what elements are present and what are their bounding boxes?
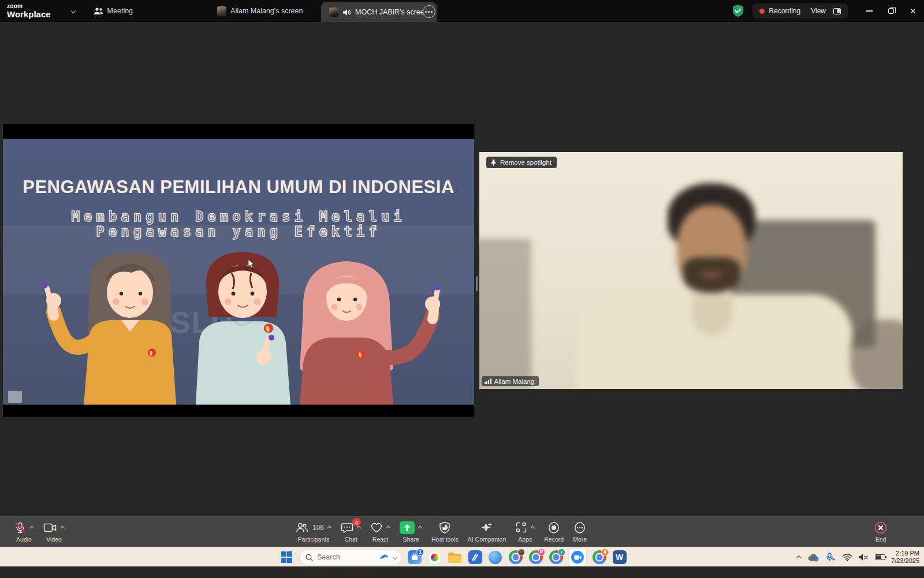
microphone-muted-icon xyxy=(14,521,27,534)
slide-corner-chip xyxy=(8,391,22,403)
record-icon xyxy=(547,521,560,534)
mouse-cursor-icon xyxy=(248,259,255,268)
minimize-button[interactable] xyxy=(858,0,880,22)
participants-icon xyxy=(296,522,308,533)
end-meeting-button[interactable]: End xyxy=(870,516,892,547)
ai-companion-sparkle-icon xyxy=(480,521,493,534)
clock-date: 7/23/2025 xyxy=(891,557,919,565)
record-button[interactable]: Record xyxy=(539,516,568,547)
taskbar-app-blue-tile[interactable] xyxy=(467,550,483,565)
taskbar-app-file-explorer[interactable] xyxy=(447,550,463,565)
participants-count: 106 xyxy=(312,524,324,532)
chrome-avatar-badge xyxy=(517,549,525,556)
taskbar-search-box[interactable] xyxy=(299,550,402,565)
share-screen-icon xyxy=(400,521,415,534)
taskbar-app-chrome-profile3[interactable]: r xyxy=(548,550,564,565)
audio-options-chevron[interactable] xyxy=(29,525,34,530)
security-shield-icon[interactable] xyxy=(732,4,744,18)
video-button[interactable]: Video xyxy=(39,516,69,547)
apps-icon xyxy=(515,521,527,533)
audio-button[interactable]: Audio xyxy=(9,516,39,547)
taskbar-app-word[interactable]: W xyxy=(612,550,627,565)
speaker-muted-icon[interactable] xyxy=(858,553,869,561)
battery-icon[interactable] xyxy=(875,554,885,560)
ai-companion-label: AI Companion xyxy=(468,536,506,543)
speaker-icon xyxy=(342,9,351,16)
chat-bubble-icon xyxy=(341,522,353,533)
panel-resize-handle[interactable] xyxy=(476,276,478,291)
chrome-notification-badge: 8 xyxy=(601,549,609,556)
tab-meeting[interactable]: Meeting xyxy=(85,0,141,22)
tab-meeting-label: Meeting xyxy=(107,7,133,15)
participants-button[interactable]: 106 Participants xyxy=(291,516,336,547)
svg-text:i: i xyxy=(815,558,816,561)
host-tools-button[interactable]: Host tools xyxy=(427,516,463,547)
participant-avatar xyxy=(217,6,226,16)
apps-options-chevron[interactable] xyxy=(530,525,535,530)
illustration-man-center xyxy=(196,252,290,405)
taskbar-app-chrome-profile1[interactable] xyxy=(508,550,523,565)
tray-chevron-up-icon[interactable] xyxy=(796,555,802,561)
share-options-chevron[interactable] xyxy=(418,525,422,530)
taskbar-clock[interactable]: 2:19 PM 7/23/2025 xyxy=(891,550,919,565)
chat-button[interactable]: 3 Chat xyxy=(336,516,366,547)
tab-jabir-screen-active[interactable]: MOCH JABIR's screen xyxy=(321,2,437,22)
taskbar-app-zoom-active[interactable] xyxy=(568,550,587,565)
share-button[interactable]: Share xyxy=(395,516,427,547)
more-button[interactable]: More xyxy=(568,516,591,547)
slide-title: PENGAWASAN PEMILIHAN UMUM DI INDONESIA xyxy=(3,177,474,198)
system-tray: i 2:19 PM 7/23/2025 xyxy=(798,547,919,567)
maximize-restore-button[interactable] xyxy=(880,0,902,22)
three-voters-illustration xyxy=(3,247,474,405)
zoom-meeting-window: zoom Workplace Meeting Allam Malang's sc… xyxy=(0,0,924,578)
windows-start-button[interactable] xyxy=(279,550,295,565)
host-tools-shield-icon xyxy=(439,521,450,533)
search-icon xyxy=(305,554,313,561)
share-label: Share xyxy=(403,536,419,543)
more-ellipsis-icon xyxy=(573,521,586,534)
record-label: Record xyxy=(544,536,564,543)
participant-name: Allam Malang xyxy=(494,378,535,385)
view-layout-icon[interactable] xyxy=(833,8,841,14)
presentation-slide: SLU PENGAWASAN PEMILIHAN UMUM DI INDONES… xyxy=(3,139,474,405)
host-tools-label: Host tools xyxy=(431,536,459,543)
participants-label: Participants xyxy=(298,536,330,543)
react-options-chevron[interactable] xyxy=(386,525,390,530)
participant-name-tag: Allam Malang xyxy=(482,376,539,386)
taskbar-app-chrome-profile2[interactable]: P xyxy=(528,550,543,565)
participants-options-chevron[interactable] xyxy=(327,525,331,530)
pin-icon xyxy=(490,159,497,166)
apps-button[interactable]: Apps xyxy=(511,516,539,547)
tab-options-ellipsis-icon[interactable]: ••• xyxy=(423,5,435,18)
spotlight-video-tile: Remove spotlight Allam Malang xyxy=(479,152,903,389)
microphone-in-use-icon[interactable] xyxy=(826,553,836,562)
illustration-woman-left xyxy=(42,252,176,405)
react-button[interactable]: React xyxy=(366,516,395,547)
taskbar-app-blue-sphere[interactable] xyxy=(487,550,503,565)
more-label: More xyxy=(573,536,587,543)
taskbar-app-copilot[interactable] xyxy=(427,550,442,565)
tab-allam-screen[interactable]: Allam Malang's screen xyxy=(209,0,311,22)
illustration-woman-hijab xyxy=(300,261,440,405)
onedrive-cloud-icon[interactable]: i xyxy=(807,553,820,562)
chat-unread-badge: 3 xyxy=(352,518,361,527)
wifi-icon[interactable] xyxy=(842,553,852,561)
taskbar-app-chrome-profile4[interactable]: 8 xyxy=(591,550,607,565)
shared-screen-view: SLU PENGAWASAN PEMILIHAN UMUM DI INDONES… xyxy=(3,124,474,417)
audio-label: Audio xyxy=(16,536,32,543)
remove-spotlight-button[interactable]: Remove spotlight xyxy=(486,157,557,168)
taskbar-app-store[interactable]: 1 xyxy=(407,550,422,565)
workspace-chevron-down-icon[interactable] xyxy=(70,9,75,13)
titlebar-right-controls: Recording View ✕ xyxy=(732,0,924,22)
store-notification-badge: 1 xyxy=(416,549,424,556)
view-button[interactable]: View xyxy=(811,7,826,15)
recording-view-pill: Recording View xyxy=(752,3,848,18)
close-button[interactable]: ✕ xyxy=(902,0,924,22)
search-input[interactable] xyxy=(317,553,375,561)
search-chevron-down-icon[interactable] xyxy=(393,555,397,560)
search-highlight-dolphin-icon xyxy=(379,553,389,561)
word-icon: W xyxy=(613,550,627,564)
ai-companion-button[interactable]: AI Companion xyxy=(463,516,511,547)
logo-word-zoom: zoom xyxy=(7,3,51,9)
video-options-chevron[interactable] xyxy=(60,525,65,530)
